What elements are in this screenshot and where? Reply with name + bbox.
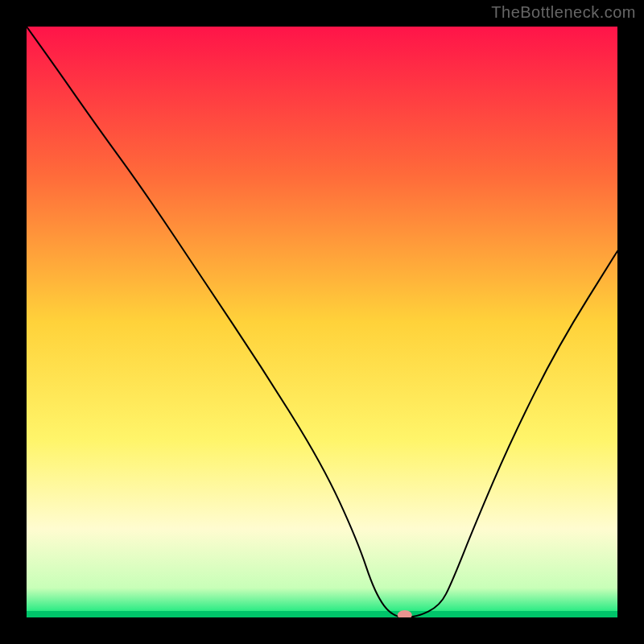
chart-svg <box>27 27 617 617</box>
watermark-text: TheBottleneck.com <box>491 3 636 22</box>
chart-frame: TheBottleneck.com <box>0 0 644 644</box>
chart-background <box>27 27 617 617</box>
baseline-strip <box>27 611 617 617</box>
plot-area <box>27 27 617 617</box>
